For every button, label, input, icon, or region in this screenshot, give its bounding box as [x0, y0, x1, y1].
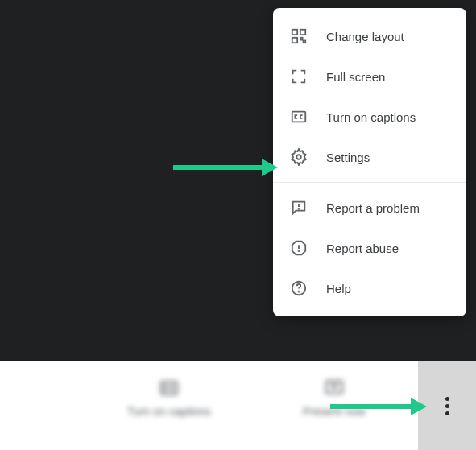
menu-item-change-layout[interactable]: Change layout: [273, 16, 466, 56]
menu-item-report-problem[interactable]: Report a problem: [273, 188, 466, 228]
menu-item-label: Full screen: [326, 70, 385, 84]
svg-point-10: [299, 250, 300, 251]
svg-rect-4: [304, 41, 306, 43]
more-vertical-icon: [445, 397, 449, 415]
menu-item-label: Help: [326, 282, 351, 295]
menu-item-label: Report a problem: [326, 201, 420, 215]
annotation-arrow-more: [330, 396, 427, 417]
options-menu: Change layout Full screen Turn on captio…: [273, 8, 466, 316]
svg-point-12: [299, 291, 300, 292]
feedback-icon: [289, 198, 308, 217]
menu-item-label: Turn on captions: [326, 110, 416, 124]
svg-point-6: [296, 155, 301, 159]
help-icon: [289, 279, 308, 298]
svg-rect-1: [300, 30, 305, 35]
captions-icon: [159, 378, 180, 398]
svg-rect-0: [292, 30, 297, 35]
menu-item-captions[interactable]: Turn on captions: [273, 97, 466, 137]
svg-rect-2: [292, 38, 297, 43]
svg-marker-18: [411, 398, 427, 415]
menu-item-label: Change layout: [326, 30, 404, 43]
menu-divider: [273, 182, 466, 183]
fullscreen-icon: [289, 67, 308, 86]
svg-rect-3: [300, 38, 303, 40]
menu-item-full-screen[interactable]: Full screen: [273, 56, 466, 97]
svg-marker-14: [262, 159, 278, 176]
captions-icon: [289, 107, 308, 126]
menu-item-label: Report abuse: [326, 242, 399, 255]
svg-point-8: [299, 208, 300, 209]
toolbar-label: Turn on captions: [127, 405, 211, 418]
menu-item-settings[interactable]: Settings: [273, 137, 466, 177]
annotation-arrow-settings: [173, 157, 278, 178]
layout-icon: [289, 27, 308, 46]
svg-rect-15: [161, 382, 177, 394]
menu-item-help[interactable]: Help: [273, 268, 466, 308]
svg-rect-5: [292, 112, 306, 122]
report-abuse-icon: [289, 238, 308, 258]
menu-item-label: Settings: [326, 151, 370, 164]
gear-icon: [289, 147, 308, 167]
toolbar-captions-button[interactable]: Turn on captions: [105, 378, 234, 418]
menu-item-report-abuse[interactable]: Report abuse: [273, 228, 466, 268]
